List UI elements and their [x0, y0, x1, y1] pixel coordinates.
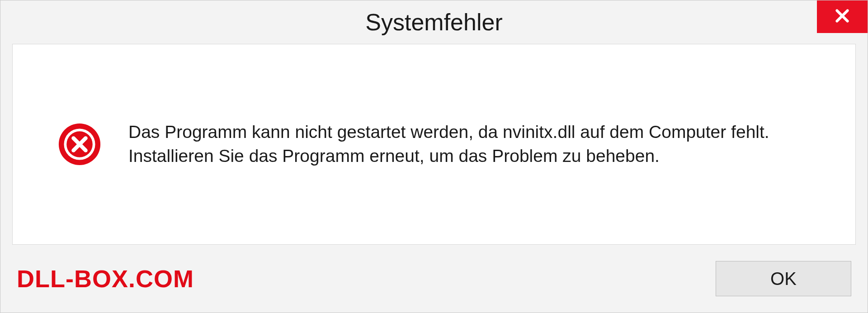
error-icon	[58, 123, 101, 166]
watermark-text: DLL-BOX.COM	[17, 265, 194, 293]
error-message: Das Programm kann nicht gestartet werden…	[128, 120, 819, 168]
titlebar: Systemfehler	[0, 0, 868, 44]
error-dialog: Systemfehler Das Programm kann nicht ges…	[0, 0, 868, 313]
ok-button-label: OK	[770, 269, 797, 289]
dialog-footer: DLL-BOX.COM OK	[0, 245, 868, 313]
dialog-title: Systemfehler	[365, 9, 502, 36]
close-button[interactable]	[817, 0, 868, 33]
close-icon	[833, 7, 851, 27]
content-area: Das Programm kann nicht gestartet werden…	[12, 44, 856, 245]
ok-button[interactable]: OK	[716, 261, 851, 296]
